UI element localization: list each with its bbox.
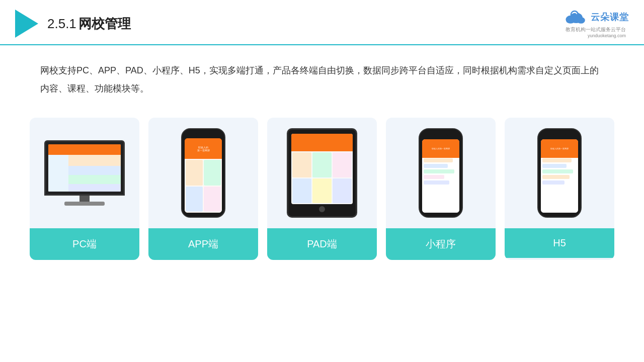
brand-logo-top: 云朵课堂: [562, 9, 629, 25]
card-h5: 职途人的第一堂网课 H5: [505, 118, 614, 260]
pc-sidebar: [48, 155, 68, 192]
pad-tablet-mockup: [287, 128, 357, 218]
miniprogram-screen-rows: [424, 158, 458, 185]
phone-screen: 职途人的第一堂网课: [185, 138, 222, 213]
pc-device-mockup: [44, 140, 125, 206]
phone-screen-header: 职途人的第一堂网课: [185, 138, 222, 159]
h5-row-3: [542, 169, 573, 173]
description: 网校支持PC、APP、PAD、小程序、H5，实现多端打通，产品各终端自由切换，数…: [0, 45, 644, 108]
phone-grid-item-1: [186, 160, 203, 185]
h5-row-1: [542, 158, 572, 162]
phone-grid-item-2: [204, 160, 221, 185]
h5-row-4: [542, 175, 570, 179]
miniprogram-row-3: [424, 169, 454, 173]
h5-phone-notch: [552, 134, 567, 137]
h5-phone-screen: 职途人的第一堂网课: [541, 139, 578, 213]
page-title-text: 网校管理: [78, 16, 131, 31]
brand-tagline: 教育机构一站式服务云平台 yunduoketang.com: [566, 26, 626, 38]
pc-screen-outer: [44, 140, 125, 196]
cards-container: PC端 职途人的第一堂网课 APP端: [0, 108, 644, 270]
card-pad: PAD端: [267, 118, 377, 260]
pc-screen-body: [48, 155, 121, 192]
card-pad-label: PAD端: [267, 228, 377, 260]
phone-screen-header-text: 职途人的第一堂网课: [197, 146, 210, 152]
description-text: 网校支持PC、APP、PAD、小程序、H5，实现多端打通，产品各终端自由切换，数…: [40, 61, 604, 98]
brand-logo: 云朵课堂 教育机构一站式服务云平台 yunduoketang.com: [562, 9, 629, 38]
card-app-label: APP端: [148, 228, 258, 260]
miniprogram-phone-mockup: 职途人的第一堂网课: [419, 128, 463, 218]
tablet-screen-body: [291, 151, 353, 204]
brand-name: 云朵课堂: [591, 11, 629, 23]
pc-screen-inner: [48, 144, 121, 192]
miniprogram-row-5: [424, 180, 449, 185]
h5-header-text: 职途人的第一堂网课: [550, 147, 569, 150]
miniprogram-header-text: 职途人的第一堂网课: [432, 147, 450, 150]
miniprogram-header-bar: 职途人的第一堂网课: [422, 139, 459, 158]
card-h5-label: H5: [505, 228, 614, 258]
miniprogram-row-1: [424, 158, 453, 162]
app-phone-mockup: 职途人的第一堂网课: [181, 128, 225, 218]
card-miniprogram-label: 小程序: [386, 228, 496, 260]
card-app-image: 职途人的第一堂网课: [148, 118, 258, 228]
h5-phone-mockup: 职途人的第一堂网课: [537, 128, 582, 218]
miniprogram-screen-content: 职途人的第一堂网课: [422, 139, 459, 213]
miniprogram-row-2: [424, 164, 448, 168]
pc-base: [64, 202, 105, 206]
phone-grid-item-3: [186, 187, 203, 212]
phone-grid-item-4: [204, 187, 221, 212]
tablet-grid-item-2: [312, 152, 332, 177]
page-title: 2.5.1网校管理: [47, 15, 131, 33]
phone-notch: [196, 133, 211, 137]
tablet-home-button: [319, 206, 325, 212]
tablet-grid-item-5: [312, 178, 332, 204]
card-h5-image: 职途人的第一堂网课: [505, 118, 614, 228]
card-app: 职途人的第一堂网课 APP端: [148, 118, 258, 260]
miniprogram-row-4: [424, 175, 444, 179]
header: 2.5.1网校管理 云朵课堂 教育机构一站式服务云平台 yunduoketang…: [0, 0, 644, 45]
tablet-screen: [291, 134, 353, 204]
tablet-screen-header: [291, 134, 353, 151]
card-pad-image: [267, 118, 377, 228]
phone-screen-2: 职途人的第一堂网课: [422, 139, 459, 213]
pc-screen-bar: [48, 144, 121, 155]
card-pc: PC端: [30, 118, 139, 260]
h5-row-5: [542, 180, 565, 185]
h5-screen-content: 职途人的第一堂网课: [541, 139, 578, 213]
svg-rect-3: [567, 20, 583, 23]
card-miniprogram-image: 职途人的第一堂网课: [386, 118, 496, 228]
phone-screen-body: [185, 159, 222, 213]
card-pc-image: [30, 118, 139, 228]
tablet-grid-item-1: [292, 152, 311, 177]
pc-main: [68, 155, 121, 192]
h5-header-bar: 职途人的第一堂网课: [541, 139, 578, 158]
tablet-grid-item-3: [333, 152, 352, 177]
card-pc-label: PC端: [30, 228, 139, 260]
tablet-grid-item-6: [333, 178, 352, 204]
phone-notch-2: [434, 134, 448, 137]
h5-screen-rows: [542, 158, 577, 185]
header-left: 2.5.1网校管理: [15, 10, 131, 38]
logo-triangle-icon: [15, 10, 38, 38]
page-title-number: 2.5.1: [47, 16, 76, 31]
cloud-logo-icon: [562, 9, 587, 25]
pc-neck: [79, 196, 90, 202]
tablet-grid-item-4: [292, 178, 311, 204]
card-miniprogram: 职途人的第一堂网课 小程序: [386, 118, 496, 260]
h5-row-2: [542, 164, 567, 168]
